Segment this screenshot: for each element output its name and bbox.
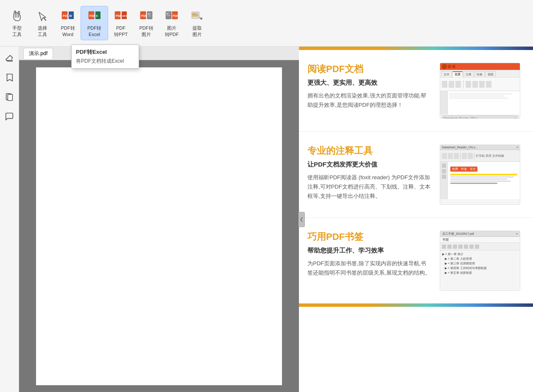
extract-image-button[interactable]: 提取 图片 [184, 6, 210, 40]
sidebar-pages-icon[interactable] [2, 90, 17, 104]
feature-read-desc: 拥有出色的文档渲染效果,强大的页面管理功能,帮助提升效率,是您阅读PDF的理想选… [307, 91, 431, 110]
select-tool-label2: 工具 [38, 31, 47, 37]
dropdown-title: PDF转Excel [76, 48, 134, 56]
color-strip-top [299, 47, 533, 50]
pdf-to-word-button[interactable]: PDF W PDF转 Word [55, 6, 81, 40]
select-tool-button[interactable]: 选择 工具 [30, 6, 55, 40]
pdf-page-content [19, 60, 299, 392]
feature-bm-title: 巧用PDF书签 [307, 231, 431, 243]
feature-read-text: 阅读PDF文档 更强大、更实用、更高效 拥有出色的文档渲染效果,强大的页面管理功… [307, 63, 431, 110]
extract-img-icon [190, 9, 205, 24]
feature-bm-text: 巧用PDF书签 帮助您提升工作、学习效率 为PDF页面添加书签,除了实现内容的快… [307, 231, 431, 278]
svg-text:PDF: PDF [116, 14, 122, 17]
left-sidebar [0, 47, 19, 392]
collapse-button[interactable] [299, 212, 305, 227]
feature-read-subtitle: 更强大、更实用、更高效 [307, 79, 431, 87]
svg-rect-26 [8, 95, 12, 101]
sidebar-eraser-icon[interactable] [2, 51, 17, 65]
image-pdf-label: 图片 [167, 25, 176, 31]
pdf-excel-dropdown: PDF转Excel 将PDF文档转成Excel [71, 44, 139, 69]
cursor-icon [35, 9, 50, 24]
pdf-viewer: 演示.pdf [19, 47, 299, 392]
pdf-image-icon: PDF [139, 9, 154, 24]
pdf-ppt-label: PDF [116, 25, 126, 31]
hand-tool-label: 手型 [12, 25, 22, 31]
feature-bookmark: 巧用PDF书签 帮助您提升工作、学习效率 为PDF页面添加书签,除了实现内容的快… [299, 218, 533, 303]
image-pdf-icon: PDF [164, 9, 179, 24]
pdf-to-image-button[interactable]: PDF PDF转 图片 [134, 6, 159, 40]
pdf-excel-icon: PDF X [87, 9, 102, 24]
pdf-word-label2: Word [62, 31, 73, 37]
pdf-image-label: PDF转 [140, 25, 153, 31]
pdf-tab-label: 演示.pdf [29, 50, 47, 57]
bookmark-mockup: 员工手册_20120917.pdf × 书签 [440, 231, 520, 290]
annotation-mockup: Datasheet_Reader_CN.o... × 打字机 [440, 145, 520, 204]
pdf-white-page [36, 67, 282, 385]
pdf-word-label: PDF转 [61, 25, 75, 31]
feature-read-title: 阅读PDF文档 [307, 63, 431, 75]
hand-tool-label2: 工具 [12, 31, 22, 37]
pdf-to-excel-button[interactable]: PDF X PDF转 Excel [81, 6, 108, 40]
feature-ann-preview: Datasheet_Reader_CN.o... × 打字机 [440, 145, 520, 205]
pdf-excel-label: PDF转 [87, 25, 101, 31]
right-panel: 阅读PDF文档 更强大、更实用、更高效 拥有出色的文档渲染效果,强大的页面管理功… [299, 47, 533, 392]
feature-annotation: 专业的注释工具 让PDF文档发挥更大价值 使用福昕PDF阅读器 (foxit r… [299, 132, 533, 218]
image-to-pdf-button[interactable]: PDF 图片 转PDF [159, 6, 184, 40]
feature-ann-subtitle: 让PDF文档发挥更大价值 [307, 161, 431, 169]
pdf-excel-label2: Excel [89, 31, 100, 37]
toolbar: 手型 工具 选择 工具 PDF W PDF转 Word [0, 0, 533, 47]
svg-text:X: X [96, 14, 98, 17]
hand-icon [9, 9, 25, 24]
feature-ann-desc: 使用福昕PDF阅读器 (foxit reader) 为PDF文件添加注释,可对P… [307, 173, 431, 201]
pdf-word-icon: PDF W [60, 9, 75, 24]
feature-bm-preview: 员工手册_20120917.pdf × 书签 [440, 231, 520, 291]
extract-img-label: 提取 [193, 25, 202, 31]
pdf-ppt-icon: PDF PPT [113, 9, 128, 24]
pdf-tab-bar: 演示.pdf [19, 47, 299, 60]
sidebar-comment-icon[interactable] [2, 109, 17, 124]
pdf-to-ppt-button[interactable]: PDF PPT PDF 转PPT [108, 6, 134, 40]
feature-ann-title: 专业的注释工具 [307, 145, 431, 157]
select-tool-label: 选择 [38, 25, 47, 31]
svg-text:W: W [69, 14, 72, 17]
svg-text:PPT: PPT [123, 15, 128, 17]
feature-ann-text: 专业的注释工具 让PDF文档发挥更大价值 使用福昕PDF阅读器 (foxit r… [307, 145, 431, 201]
extract-img-label2: 图片 [193, 31, 202, 37]
pdf-tab[interactable]: 演示.pdf [23, 48, 53, 59]
image-pdf-label2: 转PDF [165, 31, 179, 37]
dropdown-description: 将PDF文档转成Excel [76, 58, 134, 65]
content-area: 演示.pdf 阅读PDF文档 更强大、更实用、更高效 拥有出色的文档渲染效果 [19, 47, 533, 392]
feature-bm-subtitle: 帮助您提升工作、学习效率 [307, 247, 431, 255]
feature-read-pdf: 阅读PDF文档 更强大、更实用、更高效 拥有出色的文档渲染效果,强大的页面管理功… [299, 50, 533, 132]
reader-mockup: 文件 主页 注释 转换 视图 [440, 63, 520, 118]
main-area: 演示.pdf 阅读PDF文档 更强大、更实用、更高效 拥有出色的文档渲染效果 [0, 47, 533, 392]
feature-bm-desc: 为PDF页面添加书签,除了实现内容的快速导航,书签还能指明不同书签的层级关系,展… [307, 259, 431, 278]
hand-tool-button[interactable]: 手型 工具 [4, 6, 30, 40]
pdf-ppt-label2: 转PPT [114, 31, 128, 37]
svg-text:PDF: PDF [141, 14, 148, 17]
color-strip-bottom [299, 303, 533, 307]
pdf-image-label2: 图片 [142, 31, 151, 37]
sidebar-bookmark-icon[interactable] [2, 70, 17, 85]
svg-text:PDF: PDF [89, 14, 96, 17]
feature-read-preview: 文件 主页 注释 转换 视图 [440, 63, 520, 119]
svg-text:PDF: PDF [173, 14, 179, 17]
